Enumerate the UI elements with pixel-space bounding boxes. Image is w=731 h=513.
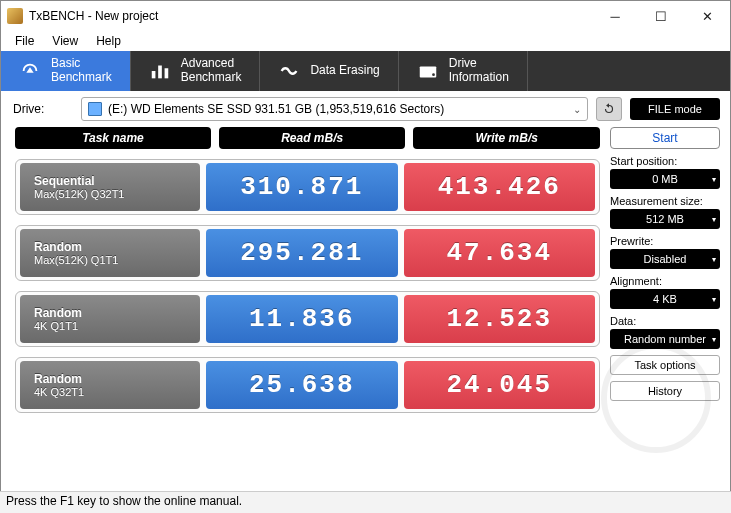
- measurement-size-select[interactable]: 512 MB▾: [610, 209, 720, 229]
- read-value: 310.871: [206, 163, 398, 211]
- chevron-down-icon: ▾: [712, 255, 716, 264]
- task-name-2: 4K Q1T1: [34, 320, 186, 332]
- window-buttons: ─ ☐ ✕: [592, 1, 730, 31]
- read-value: 11.836: [206, 295, 398, 343]
- task-name-1: Random: [34, 240, 186, 254]
- header-task: Task name: [15, 127, 211, 149]
- svg-point-4: [432, 73, 435, 76]
- svg-rect-1: [158, 66, 162, 79]
- read-value: 295.281: [206, 229, 398, 277]
- task-name-2: Max(512K) Q32T1: [34, 188, 186, 200]
- chevron-down-icon: ▾: [712, 335, 716, 344]
- menu-help[interactable]: Help: [88, 32, 129, 50]
- minimize-button[interactable]: ─: [592, 1, 638, 31]
- task-button-sequential[interactable]: Sequential Max(512K) Q32T1: [20, 163, 200, 211]
- refresh-button[interactable]: [596, 97, 622, 121]
- alignment-select[interactable]: 4 KB▾: [610, 289, 720, 309]
- results-header: Task name Read mB/s Write mB/s: [15, 127, 600, 149]
- start-button[interactable]: Start: [610, 127, 720, 149]
- window-title: TxBENCH - New project: [29, 9, 158, 23]
- group-prewrite: Prewrite: Disabled▾: [610, 235, 720, 269]
- tab-advanced-benchmark[interactable]: Advanced Benchmark: [131, 51, 261, 91]
- task-row: Random Max(512K) Q1T1 295.281 47.634: [15, 225, 600, 281]
- chevron-down-icon: ▾: [712, 175, 716, 184]
- label-prewrite: Prewrite:: [610, 235, 720, 247]
- task-name-2: 4K Q32T1: [34, 386, 186, 398]
- side-column: Start Start position: 0 MB▾ Measurement …: [610, 127, 720, 413]
- tab-label: Drive Information: [449, 57, 509, 85]
- svg-rect-0: [151, 71, 155, 78]
- header-write: Write mB/s: [413, 127, 600, 149]
- tab-label: Basic Benchmark: [51, 57, 112, 85]
- write-value: 12.523: [404, 295, 596, 343]
- task-button-random-4k-q1[interactable]: Random 4K Q1T1: [20, 295, 200, 343]
- drive-label: Drive:: [13, 102, 73, 116]
- titlebar: TxBENCH - New project ─ ☐ ✕: [1, 1, 730, 31]
- menubar: File View Help: [1, 31, 730, 51]
- group-measurement-size: Measurement size: 512 MB▾: [610, 195, 720, 229]
- tab-label: Data Erasing: [310, 64, 379, 78]
- task-row: Random 4K Q1T1 11.836 12.523: [15, 291, 600, 347]
- data-select[interactable]: Random number▾: [610, 329, 720, 349]
- drive-row: Drive: (E:) WD Elements SE SSD 931.51 GB…: [1, 91, 730, 127]
- status-bar: Press the F1 key to show the online manu…: [0, 491, 731, 513]
- close-button[interactable]: ✕: [684, 1, 730, 31]
- svg-rect-2: [164, 68, 168, 78]
- group-alignment: Alignment: 4 KB▾: [610, 275, 720, 309]
- label-start-position: Start position:: [610, 155, 720, 167]
- tab-drive-information[interactable]: Drive Information: [399, 51, 528, 91]
- chevron-down-icon: ⌄: [573, 104, 581, 115]
- task-row: Random 4K Q32T1 25.638 24.045: [15, 357, 600, 413]
- drive-select[interactable]: (E:) WD Elements SE SSD 931.51 GB (1,953…: [81, 97, 588, 121]
- refresh-icon: [602, 102, 616, 116]
- label-alignment: Alignment:: [610, 275, 720, 287]
- results-column: Task name Read mB/s Write mB/s Sequentia…: [15, 127, 600, 413]
- drive-icon: [417, 60, 439, 82]
- read-value: 25.638: [206, 361, 398, 409]
- bars-icon: [149, 60, 171, 82]
- tabbar: Basic Benchmark Advanced Benchmark Data …: [1, 51, 730, 91]
- write-value: 47.634: [404, 229, 596, 277]
- chevron-down-icon: ▾: [712, 295, 716, 304]
- menu-file[interactable]: File: [7, 32, 42, 50]
- group-start-position: Start position: 0 MB▾: [610, 155, 720, 189]
- task-row: Sequential Max(512K) Q32T1 310.871 413.4…: [15, 159, 600, 215]
- task-options-button[interactable]: Task options: [610, 355, 720, 375]
- task-name-1: Sequential: [34, 174, 186, 188]
- history-button[interactable]: History: [610, 381, 720, 401]
- task-name-1: Random: [34, 306, 186, 320]
- gauge-icon: [19, 60, 41, 82]
- task-name-2: Max(512K) Q1T1: [34, 254, 186, 266]
- main-area: Task name Read mB/s Write mB/s Sequentia…: [1, 127, 730, 413]
- menu-view[interactable]: View: [44, 32, 86, 50]
- tab-data-erasing[interactable]: Data Erasing: [260, 51, 398, 91]
- write-value: 24.045: [404, 361, 596, 409]
- disk-icon: [88, 102, 102, 116]
- app-icon: [7, 8, 23, 24]
- label-data: Data:: [610, 315, 720, 327]
- group-data: Data: Random number▾: [610, 315, 720, 349]
- prewrite-select[interactable]: Disabled▾: [610, 249, 720, 269]
- drive-selected-text: (E:) WD Elements SE SSD 931.51 GB (1,953…: [108, 102, 444, 116]
- tab-label: Advanced Benchmark: [181, 57, 242, 85]
- file-mode-button[interactable]: FILE mode: [630, 98, 720, 120]
- start-position-select[interactable]: 0 MB▾: [610, 169, 720, 189]
- task-button-random-512k[interactable]: Random Max(512K) Q1T1: [20, 229, 200, 277]
- task-button-random-4k-q32[interactable]: Random 4K Q32T1: [20, 361, 200, 409]
- tab-basic-benchmark[interactable]: Basic Benchmark: [1, 51, 131, 91]
- erase-icon: [278, 60, 300, 82]
- chevron-down-icon: ▾: [712, 215, 716, 224]
- header-read: Read mB/s: [219, 127, 406, 149]
- task-name-1: Random: [34, 372, 186, 386]
- maximize-button[interactable]: ☐: [638, 1, 684, 31]
- label-measurement-size: Measurement size:: [610, 195, 720, 207]
- write-value: 413.426: [404, 163, 596, 211]
